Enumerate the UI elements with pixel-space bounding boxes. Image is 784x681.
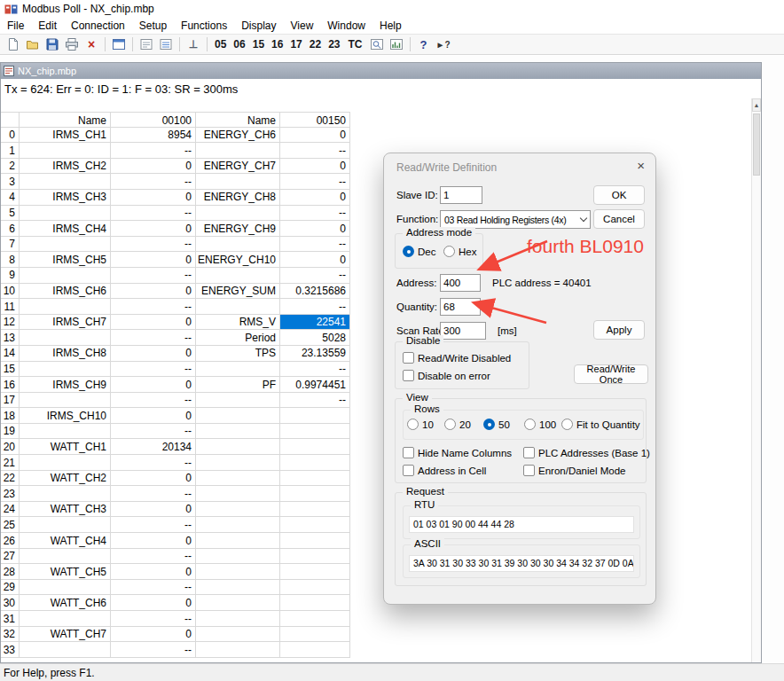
function-code-button[interactable]: 22 (307, 35, 324, 54)
value-cell[interactable]: 0.9974451 (280, 377, 350, 393)
name-cell[interactable] (196, 455, 280, 471)
function-code-button[interactable]: 23 (325, 35, 342, 54)
value-cell[interactable]: 8954 (111, 128, 196, 144)
menu-item[interactable]: Setup (132, 19, 174, 33)
name-cell[interactable] (20, 486, 111, 502)
read-write-disabled-checkbox[interactable]: Read/Write Disabled (403, 352, 511, 364)
value-cell[interactable]: 0 (111, 221, 196, 237)
value-cell[interactable]: -- (111, 611, 196, 627)
value-cell[interactable]: -- (111, 393, 196, 409)
value-cell[interactable]: -- (111, 362, 196, 378)
read-write-once-button[interactable]: Read/Write Once (574, 364, 648, 384)
name-cell[interactable] (20, 642, 111, 658)
value-cell[interactable] (280, 471, 350, 487)
value-cell[interactable]: -- (111, 143, 196, 159)
name-cell[interactable]: IRMS_CH4 (20, 221, 111, 237)
name-cell[interactable] (196, 517, 280, 533)
value-cell[interactable]: -- (111, 486, 196, 502)
test-center-button[interactable]: TC (344, 35, 367, 54)
name-cell[interactable]: WATT_CH1 (20, 439, 111, 455)
hex-radio[interactable]: Hex (443, 246, 476, 257)
function-code-button[interactable]: 16 (269, 35, 286, 54)
function-code-button[interactable]: 05 (212, 35, 229, 54)
rows-10-radio[interactable]: 10 (407, 419, 434, 430)
vertical-scrollbar[interactable]: ▲ (751, 98, 761, 662)
rows-50-radio[interactable]: 50 (483, 419, 510, 430)
name-cell[interactable] (196, 627, 280, 643)
scroll-up-button[interactable]: ▲ (752, 98, 761, 112)
value-cell[interactable]: 0 (111, 377, 196, 393)
name-cell[interactable]: ENERGY_CH7 (196, 159, 280, 175)
name-cell[interactable]: IRMS_CH3 (20, 190, 111, 206)
name-cell[interactable]: ENERGY_CH6 (196, 128, 280, 144)
name-cell[interactable] (196, 206, 280, 222)
menu-item[interactable]: Connection (64, 19, 132, 33)
context-help-button[interactable]: ►? (434, 35, 453, 54)
name-cell[interactable] (196, 237, 280, 253)
name-cell[interactable] (196, 439, 280, 455)
name-cell[interactable] (196, 471, 280, 487)
name-cell[interactable]: WATT_CH2 (20, 471, 111, 487)
value-cell[interactable]: 5028 (280, 330, 350, 346)
value-cell[interactable] (280, 627, 350, 643)
value-cell[interactable]: -- (280, 206, 350, 222)
value-cell[interactable]: 0 (111, 408, 196, 424)
disable-on-error-checkbox[interactable]: Disable on error (403, 370, 490, 381)
rows-100-radio[interactable]: 100 (524, 419, 556, 430)
name-cell[interactable] (196, 424, 280, 440)
menu-item[interactable]: File (0, 19, 31, 33)
name-cell[interactable] (20, 143, 111, 159)
name-cell[interactable] (20, 549, 111, 565)
value-cell[interactable]: -- (111, 330, 196, 346)
name-cell[interactable] (196, 580, 280, 596)
name-cell[interactable] (196, 268, 280, 284)
name-cell[interactable]: WATT_CH6 (20, 595, 111, 611)
value-cell[interactable]: 0 (111, 190, 196, 206)
value-cell[interactable]: 0 (111, 284, 196, 300)
cancel-button[interactable]: Cancel (593, 209, 645, 229)
value-cell[interactable]: -- (280, 362, 350, 378)
value-cell[interactable]: -- (111, 268, 196, 284)
name-cell[interactable] (196, 533, 280, 549)
rows-fit-radio[interactable]: Fit to Quantity (561, 419, 640, 430)
name-cell[interactable] (196, 362, 280, 378)
name-cell[interactable] (20, 424, 111, 440)
name-cell[interactable]: ENERGY_CH8 (196, 190, 280, 206)
plc-addresses-checkbox[interactable]: PLC Addresses (Base 1) (523, 447, 650, 458)
read-write-definition-button[interactable] (137, 35, 156, 54)
value-cell[interactable] (280, 642, 350, 658)
dec-radio[interactable]: Dec (403, 246, 435, 257)
name-cell[interactable]: WATT_CH7 (20, 627, 111, 643)
value-cell[interactable]: -- (280, 237, 350, 253)
value-cell[interactable] (280, 439, 350, 455)
name-cell[interactable]: RMS_V (196, 315, 280, 331)
value-cell[interactable]: 0 (111, 346, 196, 362)
value-cell[interactable] (280, 517, 350, 533)
value-cell[interactable]: 0 (111, 564, 196, 580)
name-cell[interactable] (196, 502, 280, 518)
enron-daniel-checkbox[interactable]: Enron/Daniel Mode (523, 465, 625, 476)
value-cell[interactable]: -- (111, 549, 196, 565)
name-cell[interactable]: TPS (196, 346, 280, 362)
name-cell[interactable]: IRMS_CH10 (20, 408, 111, 424)
name-cell[interactable]: WATT_CH5 (20, 564, 111, 580)
ok-button[interactable]: OK (593, 185, 645, 205)
address-in-cell-checkbox[interactable]: Address in Cell (403, 465, 486, 476)
value-cell[interactable]: 0 (280, 159, 350, 175)
value-cell[interactable]: -- (111, 237, 196, 253)
value-cell[interactable] (280, 611, 350, 627)
value-cell[interactable]: 0 (111, 502, 196, 518)
value-cell[interactable]: -- (111, 424, 196, 440)
value-cell[interactable]: -- (280, 143, 350, 159)
name-cell[interactable] (196, 486, 280, 502)
name-cell[interactable] (20, 330, 111, 346)
value-cell[interactable]: 20134 (111, 439, 196, 455)
name-cell[interactable]: IRMS_CH6 (20, 284, 111, 300)
quantity-input[interactable] (440, 298, 481, 316)
name-cell[interactable] (196, 299, 280, 315)
name-cell[interactable]: Period (196, 330, 280, 346)
function-select[interactable]: 03 Read Holding Registers (4x) (440, 210, 591, 229)
function-code-button[interactable]: 06 (231, 35, 247, 54)
pin-button[interactable]: ⊥ (184, 35, 203, 54)
menu-item[interactable]: Help (372, 19, 409, 33)
